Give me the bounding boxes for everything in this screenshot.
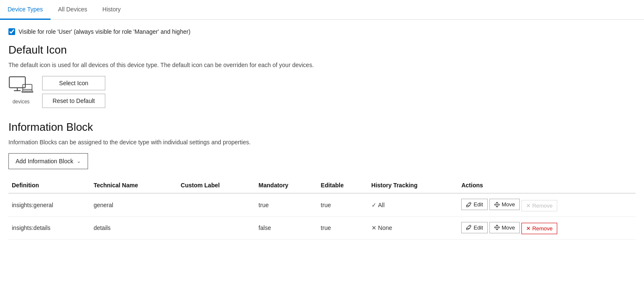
col-editable: Editable — [318, 178, 368, 193]
edit-icon — [466, 224, 472, 230]
history-tracking-value: None — [378, 224, 392, 231]
col-definition: Definition — [8, 178, 90, 193]
add-information-block-label: Add Information Block — [16, 158, 73, 165]
edit-icon — [466, 202, 472, 208]
tab-history[interactable]: History — [95, 0, 128, 20]
reset-to-default-button[interactable]: Reset to Default — [42, 94, 105, 108]
col-technical-name: Technical Name — [90, 178, 177, 193]
device-icon — [8, 76, 34, 97]
cell-custom-label — [177, 216, 255, 240]
cell-history-tracking: ✓All — [368, 193, 458, 216]
cell-editable: true — [318, 216, 368, 240]
move-button[interactable]: Move — [489, 222, 520, 233]
remove-button: ✕Remove — [521, 200, 557, 211]
chevron-down-icon: ⌄ — [77, 158, 81, 164]
cell-mandatory: false — [255, 216, 318, 240]
history-tracking-value: All — [378, 202, 385, 208]
col-history-tracking: History Tracking — [368, 178, 458, 193]
nav-tabs: Device Types All Devices History — [0, 0, 644, 20]
remove-x-icon: ✕ — [526, 225, 531, 232]
edit-button[interactable]: Edit — [461, 222, 487, 233]
move-icon — [494, 224, 500, 230]
add-information-block-button[interactable]: Add Information Block ⌄ — [8, 153, 88, 169]
cell-technical-name: details — [90, 216, 177, 240]
table-row: insights:detailsdetailsfalsetrue✕NoneEdi… — [8, 216, 636, 240]
information-block-heading: Information Block — [8, 121, 636, 134]
cell-technical-name: general — [90, 193, 177, 216]
icon-area: devices Select Icon Reset to Default — [8, 76, 636, 108]
visibility-row: Visible for role 'User' (always visible … — [8, 28, 636, 35]
device-icon-container: devices — [8, 76, 34, 105]
visibility-checkbox[interactable] — [8, 28, 15, 35]
x-icon: ✕ — [371, 224, 377, 231]
information-block-table: Definition Technical Name Custom Label M… — [8, 178, 636, 240]
visibility-label: Visible for role 'User' (always visible … — [19, 28, 190, 35]
default-icon-heading: Default Icon — [8, 43, 636, 57]
device-icon-label: devices — [13, 99, 30, 105]
cell-definition: insights:details — [8, 216, 90, 240]
cell-actions: EditMove✕Remove — [458, 193, 636, 216]
check-icon: ✓ — [371, 202, 377, 208]
cell-actions: EditMove✕Remove — [458, 216, 636, 240]
remove-x-icon-disabled: ✕ — [526, 203, 531, 209]
cell-custom-label — [177, 193, 255, 216]
col-actions: Actions — [458, 178, 636, 193]
edit-button[interactable]: Edit — [461, 199, 487, 210]
table-header: Definition Technical Name Custom Label M… — [8, 178, 636, 193]
default-icon-description: The default icon is used for all devices… — [8, 62, 636, 68]
icon-buttons: Select Icon Reset to Default — [42, 76, 105, 108]
information-block-description: Information Blocks can be assigned to th… — [8, 139, 636, 146]
col-mandatory: Mandatory — [255, 178, 318, 193]
remove-button[interactable]: ✕Remove — [521, 223, 557, 234]
cell-mandatory: true — [255, 193, 318, 216]
select-icon-button[interactable]: Select Icon — [42, 76, 105, 90]
table-row: insights:generalgeneraltruetrue✓AllEditM… — [8, 193, 636, 216]
tab-all-devices[interactable]: All Devices — [51, 0, 95, 20]
cell-definition: insights:general — [8, 193, 90, 216]
cell-history-tracking: ✕None — [368, 216, 458, 240]
move-button[interactable]: Move — [489, 199, 520, 210]
cell-editable: true — [318, 193, 368, 216]
table-body: insights:generalgeneraltruetrue✓AllEditM… — [8, 193, 636, 240]
col-custom-label: Custom Label — [177, 178, 255, 193]
information-block-section: Information Block Information Blocks can… — [8, 121, 636, 240]
svg-rect-5 — [22, 91, 33, 92]
tab-device-types[interactable]: Device Types — [0, 0, 51, 20]
move-icon — [494, 202, 500, 208]
main-content: Visible for role 'User' (always visible … — [0, 20, 644, 257]
